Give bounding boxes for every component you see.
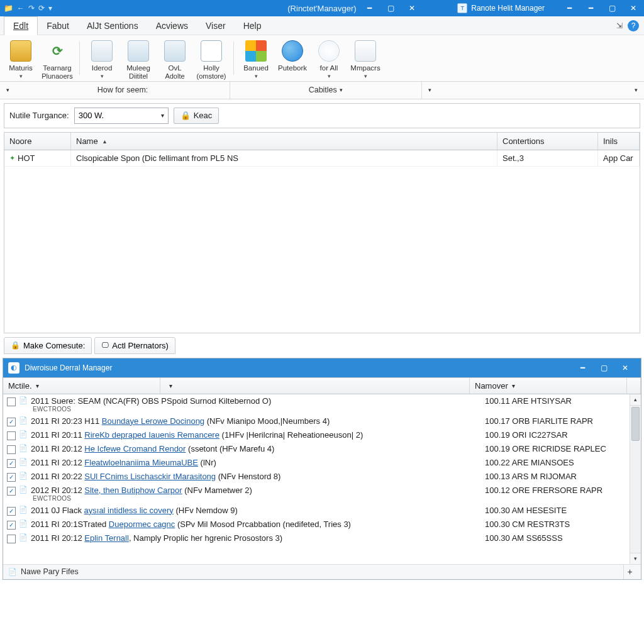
item-link[interactable]: RireKb depraped Iauenis Remancere — [84, 430, 219, 440]
minimize-button-a[interactable]: ━ — [358, 0, 380, 16]
checkbox[interactable]: ✓ — [7, 507, 16, 516]
menu-sentions[interactable]: AlJt Sentions — [78, 16, 147, 35]
rb-ovl[interactable]: OvL Adolte — [157, 39, 193, 81]
filter-bar: Nutile Turgance: 300 W. 🔒Keac — [4, 103, 640, 128]
list-item[interactable]: ✓📄2011 RI 20:23 H11 Boundaye Lerowe Doci… — [3, 414, 641, 428]
forward-icon[interactable]: ↷ — [28, 4, 35, 13]
menubar: Edlt Fabut AlJt Sentions Acviews Viser H… — [0, 16, 644, 35]
list-item[interactable]: 📄2011 RI 20:12 He Icfewe Cromand Rendor … — [3, 442, 641, 456]
item-meta: 100.17 ORB FIARLITE RAPR — [485, 416, 637, 426]
list-item[interactable]: ✓📄2011 RI 20:22 SUl FCnims Lischasckir t… — [3, 470, 641, 484]
rb-forall[interactable]: for All ▾ — [311, 39, 347, 80]
back-icon[interactable]: ← — [17, 4, 25, 13]
minimize-button-b[interactable]: ━ — [558, 0, 580, 16]
w2-col-namover[interactable]: Namover — [470, 378, 627, 394]
document-icon: 📄 — [19, 416, 28, 425]
w2-col-mctile[interactable]: Mctile. — [3, 378, 160, 394]
rb-putebork[interactable]: Putebork — [274, 39, 311, 74]
list-item[interactable]: ✓📄2011 RI 20:12 Fleatwloelnaniima Mieuma… — [3, 456, 641, 470]
pin-icon[interactable]: ⇲ — [616, 21, 623, 30]
w2-col-spacer[interactable] — [160, 378, 470, 394]
item-link[interactable]: Fleatwloelnaniima MieumaUBE — [84, 458, 198, 467]
add-button[interactable]: + — [623, 565, 636, 579]
checkbox[interactable] — [7, 445, 16, 454]
scroll-up-icon[interactable]: ▴ — [630, 394, 641, 406]
checkbox[interactable] — [7, 397, 16, 406]
col-inils[interactable]: Inils — [598, 133, 640, 150]
rb-maturis[interactable]: Maturis ▾ — [3, 39, 39, 80]
checkbox[interactable]: ✓ — [7, 459, 16, 468]
filter-select[interactable]: 300 W. — [74, 108, 169, 124]
list-item[interactable]: 📄2011 Suere: SEAM (NCA(FR) OBS PSpoid Su… — [3, 394, 641, 414]
col-noore[interactable]: Noore — [4, 133, 71, 150]
w2-header: Mctile. Namover — [3, 377, 641, 394]
item-link[interactable]: Boundaye Lerowe Docinong — [102, 416, 204, 426]
minimize-button-c[interactable]: ━ — [580, 0, 601, 16]
list-item[interactable]: ✓📄2011 RI 20:1STrated Duepormec cagnc (S… — [3, 518, 641, 531]
list-item[interactable]: 📄2011 RI 20:12 Eplin Ternall, Namply Pro… — [3, 531, 641, 545]
close-button-b[interactable]: ✕ — [623, 0, 644, 16]
document-icon: 📄 — [19, 506, 28, 514]
rf-dropdown-left[interactable]: ▾ — [0, 82, 16, 99]
checkbox[interactable]: ✓ — [7, 487, 16, 496]
scroll-down-icon[interactable]: ▾ — [630, 553, 641, 564]
menu-help[interactable]: Help — [235, 16, 270, 35]
book-icon — [128, 40, 149, 62]
address-icon — [164, 40, 186, 62]
menu-viser[interactable]: Viser — [197, 16, 235, 35]
item-link[interactable]: Duepormec cagnc — [109, 519, 175, 529]
checkbox[interactable] — [7, 535, 16, 543]
list-item[interactable]: 📄2011 RI 20:11 RireKb depraped Iauenis R… — [3, 428, 641, 442]
menu-acviews[interactable]: Acviews — [147, 16, 197, 35]
refresh-icon: ⟳ — [47, 40, 68, 62]
help-icon[interactable]: ? — [628, 20, 639, 31]
scrollbar[interactable]: ▴ ▾ — [630, 394, 641, 564]
rf-label-center[interactable]: Cabitles ▾ — [230, 82, 421, 99]
rb-banued[interactable]: Banued ▾ — [238, 39, 274, 80]
app-icon: T — [457, 3, 467, 13]
rb-mmpacrs[interactable]: Mmpacrs ▾ — [347, 39, 384, 80]
scroll-thumb[interactable] — [631, 407, 640, 441]
item-link[interactable]: SUl FCnims Lischasckir tMarasitong — [84, 472, 216, 481]
rb-tearnarg[interactable]: ⟳ Tearnarg Plunaoers — [39, 39, 75, 81]
menu-fabut[interactable]: Fabut — [38, 16, 78, 35]
quick-access-toolbar: 📁 ← ↷ ⟳ ▾ — [0, 4, 56, 13]
w2-minimize-button[interactable]: ━ — [572, 360, 593, 376]
w2-title-text: Diwroisue Derral Manager — [25, 364, 112, 372]
rb-muleeg[interactable]: Muleeg Diititel — [120, 39, 157, 81]
rb-holly[interactable]: Holly (omstore) — [193, 39, 230, 81]
checkbox[interactable] — [7, 431, 16, 440]
folder-icon[interactable]: 📁 — [4, 4, 13, 13]
w2-maximize-button[interactable]: ▢ — [593, 360, 614, 376]
close-button-a[interactable]: ✕ — [401, 0, 423, 16]
checkbox[interactable]: ✓ — [7, 473, 16, 482]
list-item[interactable]: ✓📄2011 0J Flack aysıal intidless lic cov… — [3, 504, 641, 518]
refresh-icon[interactable]: ⟳ — [38, 4, 45, 13]
tab-add-pternators[interactable]: 🖵Actl Pternators) — [94, 337, 175, 354]
col-contertions[interactable]: Contertions — [497, 133, 598, 150]
document-icon: 📄 — [19, 430, 28, 438]
secondary-title: Ranote Helit Manager — [471, 4, 545, 13]
rf-dropdown-right[interactable]: ▾ — [628, 82, 644, 99]
item-meta: 100.30 CM RESTR3TS — [485, 519, 637, 529]
item-link[interactable]: Eplin Ternall — [84, 533, 129, 543]
maximize-button-b[interactable]: ▢ — [601, 0, 623, 16]
menu-edit[interactable]: Edlt — [4, 16, 38, 35]
tab-make-comesute[interactable]: 🔒Make Comesute: — [4, 337, 92, 354]
rf-dropdown-mid[interactable]: ▾ — [422, 82, 438, 99]
item-link[interactable]: Slte, then Butiphow Carpor — [84, 486, 182, 495]
table-row[interactable]: ✦HOT Clsopicable Spon (Dic fellimant fro… — [4, 150, 640, 167]
w2-close-button[interactable]: ✕ — [614, 360, 636, 376]
item-link[interactable]: aysıal intidless lic covery — [84, 506, 174, 515]
maximize-button-a[interactable]: ▢ — [380, 0, 401, 16]
rb-iderod[interactable]: Iderod ▾ — [84, 39, 120, 80]
checkbox[interactable]: ✓ — [7, 521, 16, 530]
col-name[interactable]: Name — [71, 133, 497, 150]
w2-titlebar: ◐ Diwroisue Derral Manager ━ ▢ ✕ — [3, 358, 641, 377]
checkbox[interactable]: ✓ — [7, 418, 16, 426]
item-link[interactable]: He Icfewe Cromand Rendor — [84, 444, 186, 453]
list-item[interactable]: ✓📄2012 RI 20:12 Slte, then Butiphow Carp… — [3, 484, 641, 504]
keac-button[interactable]: 🔒Keac — [174, 108, 219, 124]
dropdown-icon[interactable]: ▾ — [48, 4, 52, 13]
w2-statusbar: 📄 Nawe Pary Fifes + — [3, 564, 641, 579]
